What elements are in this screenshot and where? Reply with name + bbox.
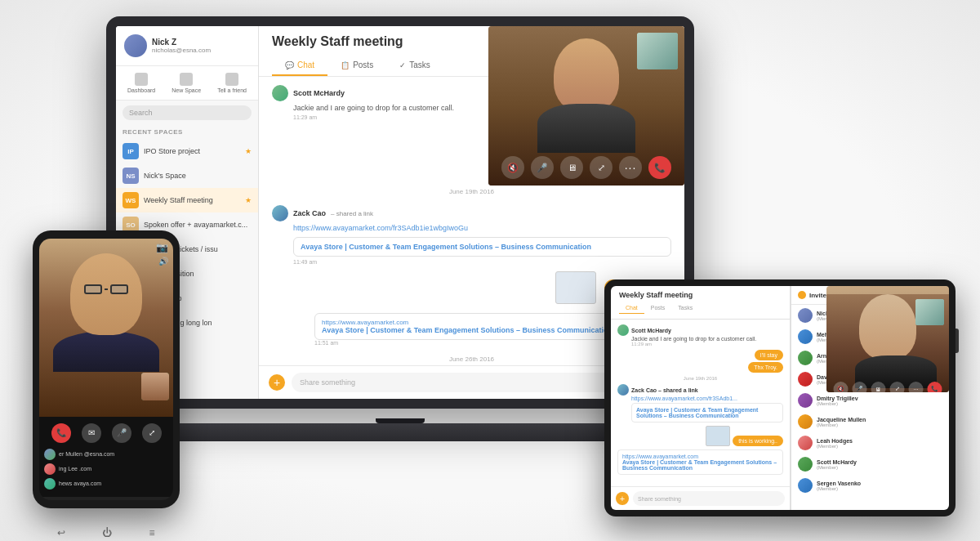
tablet-video-controls: 🔇 🎤 🖥 ⤢ ··· 📞 xyxy=(834,382,942,392)
space-name: IPO Store project xyxy=(144,147,240,155)
message-time: 11:29 am xyxy=(631,342,783,347)
user-info: Nick Z nicholas@esna.com xyxy=(152,38,250,54)
add-button[interactable]: + xyxy=(616,492,629,505)
tab-posts[interactable]: Posts xyxy=(644,302,672,314)
phone-hangup-button[interactable]: 📞 xyxy=(51,423,71,443)
tablet-thumb-video xyxy=(915,299,944,325)
message-row: Scott McHardy xyxy=(617,324,783,336)
table-row: Scott McHardy Jackie and I are going to … xyxy=(617,324,783,347)
tablet-video-bg: 🔇 🎤 🖥 ⤢ ··· 📞 xyxy=(826,294,949,392)
mic-button[interactable]: 🎤 xyxy=(853,382,867,392)
tab-tasks[interactable]: ✓ Tasks xyxy=(386,56,443,76)
link-card: https://www.avayamarket.com Avaya Store … xyxy=(617,449,783,475)
participant-name: er Mullen @esna.com xyxy=(59,451,114,457)
face xyxy=(554,38,619,112)
tab-posts[interactable]: 📋 Posts xyxy=(327,56,386,76)
username: Nick Z xyxy=(152,38,250,47)
expand-button[interactable]: ⤢ xyxy=(890,382,905,392)
phone-home-buttons: ↩ ⏻ ≡ xyxy=(33,521,180,541)
nav-label: Dashboard xyxy=(127,87,155,93)
sidebar-nav: Dashboard New Space Tell a friend xyxy=(116,66,258,101)
phone-expand-button[interactable]: ⤢ xyxy=(142,423,162,443)
message-link[interactable]: https://www.avayamarket.com/fr3SAdb1... xyxy=(631,396,783,401)
search-placeholder: Search xyxy=(129,109,153,117)
tab-chat-label: Chat xyxy=(297,60,314,69)
tablet-side-button[interactable] xyxy=(956,329,959,353)
date-divider: June 19th 2016 xyxy=(617,376,783,381)
more-options-button[interactable]: ··· xyxy=(619,156,642,179)
home-icon[interactable]: ⏻ xyxy=(102,527,112,539)
screen-share-button[interactable]: 🖥 xyxy=(560,156,583,179)
avatar xyxy=(124,34,147,57)
sender-name: Zack Cao – shared a link xyxy=(631,387,698,393)
list-item[interactable]: NS Nick's Space xyxy=(116,163,258,188)
star-icon: ★ xyxy=(245,147,252,155)
input-placeholder: Share something xyxy=(300,378,355,387)
space-name: Weekly Staff meeting xyxy=(144,196,240,204)
tab-chat[interactable]: Chat xyxy=(619,302,644,314)
list-item: Jacqueline Mullen (Member) xyxy=(791,411,889,432)
list-item: Scott McHardy (Member) xyxy=(791,454,889,475)
attachment-thumbnail xyxy=(706,426,730,446)
add-attachment-button[interactable]: + xyxy=(269,374,285,391)
person-name: Dmitry Trigillev xyxy=(817,396,882,401)
nav-new-space[interactable]: New Space xyxy=(172,73,201,93)
phone-message-button[interactable]: ✉ xyxy=(82,423,101,443)
list-item[interactable]: IP IPO Store project ★ xyxy=(116,139,258,163)
nav-dashboard[interactable]: Dashboard xyxy=(127,73,155,93)
avatar xyxy=(798,478,813,493)
mic-button[interactable]: 🎤 xyxy=(531,156,554,179)
avatar xyxy=(44,478,56,490)
posts-tab-icon: 📋 xyxy=(341,61,350,69)
link-card: Avaya Store | Customer & Team Engagement… xyxy=(293,237,671,257)
outgoing-with-thumb: this is working.. xyxy=(617,426,783,446)
attachment-thumbnail xyxy=(555,271,596,304)
avatar xyxy=(798,457,813,472)
nav-tell-friend[interactable]: Tell a friend xyxy=(217,73,247,93)
dashboard-icon xyxy=(135,73,148,86)
more-options-button[interactable]: ··· xyxy=(909,382,924,392)
space-icon: WS xyxy=(122,192,139,208)
link-title: Avaya Store | Customer & Team Engagement… xyxy=(622,459,778,471)
list-item: Dmitry Trigillev (Member) xyxy=(791,390,889,411)
hangup-button[interactable]: 📞 xyxy=(928,382,942,392)
person-name: Sergen Vasenko xyxy=(817,481,882,486)
avatar xyxy=(798,308,813,323)
menu-icon[interactable]: ≡ xyxy=(149,527,154,539)
message-row: Zack Cao – shared a link xyxy=(617,384,783,396)
avatar xyxy=(798,436,813,450)
chat-tab-icon: 💬 xyxy=(285,61,294,69)
back-icon[interactable]: ↩ xyxy=(57,527,65,539)
tablet-tabs: Chat Posts Tasks xyxy=(619,302,782,314)
chat-input[interactable]: Share something xyxy=(292,373,642,392)
list-item-active[interactable]: WS Weekly Staff meeting ★ xyxy=(116,188,258,212)
participant-thumbnail xyxy=(637,33,678,69)
sidebar-search[interactable]: Search xyxy=(122,105,252,120)
avatar xyxy=(44,463,56,475)
tablet-chat: Weekly Staff meeting Chat Posts Tasks Sc… xyxy=(611,286,791,510)
avatar xyxy=(617,384,629,396)
video-mute-button[interactable]: 🔇 xyxy=(501,156,524,179)
phone-call-controls: 📞 ✉ 🎤 ⤢ xyxy=(39,421,173,445)
tell-friend-icon xyxy=(225,73,238,86)
mute-button[interactable]: 🔇 xyxy=(834,382,849,392)
screen-share-button[interactable]: 🖥 xyxy=(871,382,886,392)
link-url[interactable]: https://www.avayamarket.com xyxy=(622,454,778,459)
message-link[interactable]: https://www.avayamarket.com/fr3SAdb1ie1w… xyxy=(293,224,671,232)
invite-icon xyxy=(798,291,806,299)
person-info: Sergen Vasenko (Member) xyxy=(817,481,882,491)
person-info: Dmitry Trigillev (Member) xyxy=(817,396,882,406)
tab-chat[interactable]: 💬 Chat xyxy=(272,56,327,76)
person-role: (Member) xyxy=(817,486,882,491)
phone-mic-button[interactable]: 🎤 xyxy=(112,423,131,443)
hangup-button[interactable]: 📞 xyxy=(648,156,671,179)
scene: Nick Z nicholas@esna.com Dashboard New S… xyxy=(0,0,980,541)
video-controls: 🔇 🎤 🖥 ⤢ ··· 📞 xyxy=(501,156,671,179)
list-item: ing Lee .com xyxy=(44,462,168,476)
expand-button[interactable]: ⤢ xyxy=(590,156,612,179)
tab-posts-label: Posts xyxy=(353,60,373,69)
tab-tasks[interactable]: Tasks xyxy=(671,302,699,314)
phone-thumb-video xyxy=(141,373,169,400)
participant-name: hews avaya.com xyxy=(59,481,101,486)
tablet-chat-input[interactable]: Share something xyxy=(633,491,785,506)
